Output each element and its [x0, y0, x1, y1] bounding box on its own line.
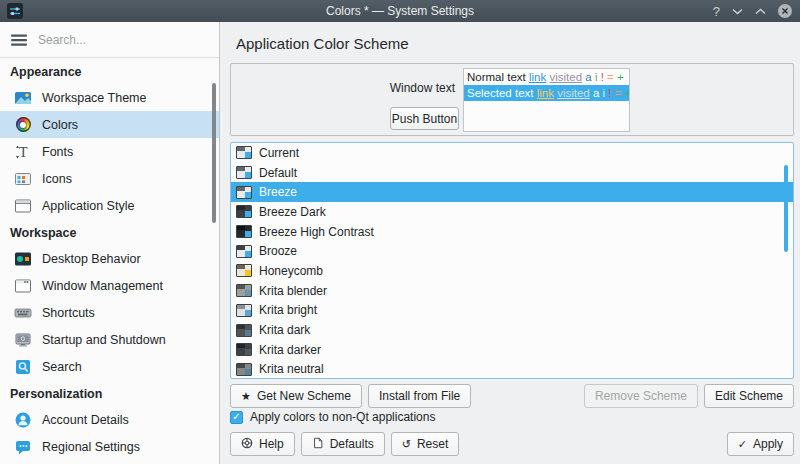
sidebar-item-window-management[interactable]: Window Management: [0, 272, 219, 299]
apply-button[interactable]: ✓ Apply: [727, 432, 794, 456]
sidebar-item-startup-and-shutdown[interactable]: Startup and Shutdown: [0, 326, 219, 353]
sidebar-item-account-details[interactable]: Account Details: [0, 406, 219, 433]
scheme-row-krita-neutral[interactable]: Krita neutral: [231, 360, 793, 379]
apply-checkmark-icon: ✓: [738, 439, 747, 450]
preview-visited-sample: visited: [549, 71, 582, 83]
shortcuts-icon: [14, 304, 32, 322]
sidebar-item-search[interactable]: Search: [0, 353, 219, 380]
defaults-icon: [312, 437, 324, 452]
scheme-name: Brooze: [259, 244, 297, 258]
sidebar-item-label: Search: [42, 360, 82, 374]
window-help-button[interactable]: ?: [713, 5, 720, 18]
sidebar-item-regional-settings[interactable]: Regional Settings: [0, 433, 219, 460]
preview-visited-sample: visited: [557, 87, 590, 99]
scheme-preview-frame: Window text Push Button Normal text link…: [230, 63, 794, 136]
scheme-name: Krita neutral: [259, 362, 324, 376]
scheme-preview-icon: [236, 284, 252, 297]
scheme-preview-icon: [236, 264, 252, 277]
scheme-row-current[interactable]: Current: [231, 143, 793, 163]
maximize-icon[interactable]: [755, 8, 766, 15]
icons-icon: [14, 170, 32, 188]
scheme-name: Breeze High Contrast: [259, 225, 374, 239]
reset-button[interactable]: ↺ Reset: [391, 432, 460, 456]
sidebar-item-fonts[interactable]: TFonts: [0, 138, 219, 165]
scheme-row-krita-bright[interactable]: Krita bright: [231, 301, 793, 321]
application-style-icon: [14, 197, 32, 215]
preview-push-button[interactable]: Push Button: [390, 107, 459, 130]
scheme-preview-icon: [236, 146, 252, 159]
sidebar-header: [0, 22, 219, 58]
titlebar: Colors * — System Settings ?: [0, 0, 800, 22]
scheme-row-default[interactable]: Default: [231, 163, 793, 183]
scheme-preview-icon: [236, 343, 252, 356]
help-button[interactable]: Help: [230, 432, 295, 456]
scheme-name: Honeycomb: [259, 264, 323, 278]
help-icon: [241, 437, 253, 452]
fonts-icon: T: [14, 143, 32, 161]
defaults-button[interactable]: Defaults: [301, 432, 385, 456]
workspace-theme-icon: [14, 89, 32, 107]
scheme-row-breeze[interactable]: Breeze: [231, 182, 793, 202]
preview-link-sample: link: [529, 71, 546, 83]
scheme-preview-icon: [236, 166, 252, 179]
scheme-list: CurrentDefaultBreezeBreeze DarkBreeze Hi…: [230, 142, 794, 379]
get-new-scheme-button[interactable]: ★ Get New Scheme: [230, 384, 362, 408]
apply-non-qt-checkbox-row[interactable]: ✓ Apply colors to non-Qt applications: [230, 410, 435, 424]
scheme-name: Krita dark: [259, 323, 310, 337]
checkbox-checked-icon[interactable]: ✓: [230, 411, 243, 424]
sidebar-section-workspace: Workspace: [0, 219, 219, 245]
preview-selected-text-line: Selected text link visited a i ! = +: [464, 85, 629, 101]
scheme-list-scrollbar[interactable]: [784, 165, 788, 252]
sidebar-item-icons[interactable]: Icons: [0, 165, 219, 192]
window-management-icon: [14, 277, 32, 295]
scheme-name: Default: [259, 166, 297, 180]
hamburger-menu-icon[interactable]: [10, 31, 28, 49]
search-input[interactable]: [38, 33, 209, 47]
sidebar-item-label: Account Details: [42, 413, 129, 427]
install-from-file-button[interactable]: Install from File: [368, 384, 471, 408]
page-title: Application Color Scheme: [236, 35, 409, 52]
scheme-name: Current: [259, 146, 299, 160]
sidebar-item-application-style[interactable]: Application Style: [0, 192, 219, 219]
preview-text-sample: Normal text link visited a i ! = +Select…: [463, 68, 630, 132]
scheme-row-breeze-high-contrast[interactable]: Breeze High Contrast: [231, 222, 793, 242]
scheme-preview-icon: [236, 186, 252, 199]
sidebar-item-label: Desktop Behavior: [42, 252, 141, 266]
scheme-row-breeze-dark[interactable]: Breeze Dark: [231, 202, 793, 222]
sidebar-scrollbar[interactable]: [212, 83, 216, 223]
scheme-name: Breeze: [259, 185, 297, 199]
close-icon[interactable]: [778, 4, 792, 18]
startup-shutdown-icon: [14, 331, 32, 349]
scheme-name: Breeze Dark: [259, 205, 326, 219]
scheme-preview-icon: [236, 205, 252, 218]
preview-link-sample: link: [537, 87, 554, 99]
regional-settings-icon: [14, 438, 32, 456]
scheme-row-krita-darker[interactable]: Krita darker: [231, 340, 793, 360]
window-title: Colors * — System Settings: [0, 4, 800, 18]
sidebar-item-label: Application Style: [42, 199, 134, 213]
apply-non-qt-label: Apply colors to non-Qt applications: [250, 410, 435, 424]
sidebar-item-colors[interactable]: Colors: [0, 111, 219, 138]
preview-normal-text-line: Normal text link visited a i ! = +: [464, 69, 629, 85]
edit-scheme-button[interactable]: Edit Scheme: [704, 384, 794, 408]
minimize-icon[interactable]: [732, 8, 743, 15]
sidebar-section-personalization: Personalization: [0, 380, 219, 406]
scheme-preview-icon: [236, 324, 252, 337]
sidebar-item-shortcuts[interactable]: Shortcuts: [0, 299, 219, 326]
sidebar-item-desktop-behavior[interactable]: Desktop Behavior: [0, 245, 219, 272]
star-icon: ★: [241, 391, 251, 402]
scheme-row-krita-dark[interactable]: Krita dark: [231, 320, 793, 340]
remove-scheme-button[interactable]: Remove Scheme: [584, 384, 698, 408]
sidebar-item-label: Startup and Shutdown: [42, 333, 166, 347]
scheme-name: Krita darker: [259, 343, 321, 357]
window-text-label: Window text: [231, 81, 455, 95]
sidebar-item-label: Window Management: [42, 279, 163, 293]
scheme-row-krita-blender[interactable]: Krita blender: [231, 281, 793, 301]
svg-text:T: T: [19, 145, 28, 160]
scheme-row-honeycomb[interactable]: Honeycomb: [231, 261, 793, 281]
sidebar-item-workspace-theme[interactable]: Workspace Theme: [0, 84, 219, 111]
sidebar-item-label: Colors: [42, 118, 78, 132]
scheme-row-brooze[interactable]: Brooze: [231, 241, 793, 261]
scheme-preview-icon: [236, 363, 252, 376]
app-icon: [7, 3, 23, 19]
